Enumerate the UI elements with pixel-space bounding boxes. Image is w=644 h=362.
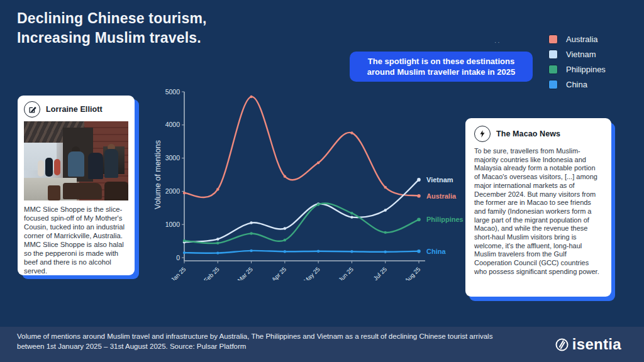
lightning-icon	[474, 126, 491, 142]
svg-text:0: 0	[176, 254, 180, 261]
legend-item-china: China	[548, 79, 606, 89]
series-line-australia	[184, 97, 419, 197]
chart-caption: Volume of mentions around Muslim travel …	[17, 332, 501, 351]
legend-swatch	[548, 50, 558, 59]
cafe-photo	[24, 121, 128, 200]
photo-layer	[104, 149, 118, 178]
isentia-logo-icon	[555, 337, 569, 352]
legend-label: Philippines	[566, 65, 606, 74]
svg-text:3000: 3000	[165, 154, 180, 162]
line-chart: 010002000300040005000Volume of mentionsJ…	[150, 82, 470, 280]
photo-layer	[104, 182, 128, 200]
footer-bar: Volume of mentions around Muslim travel …	[0, 327, 644, 362]
svg-text:Jul 25: Jul 25	[372, 266, 388, 280]
isentia-logo-text: isentia	[572, 336, 621, 353]
page-title: Declining Chinese tourism, Increasing Mu…	[17, 9, 207, 48]
legend-swatch	[548, 80, 558, 89]
series-end-label-vietnam: Vietnam	[426, 176, 453, 184]
svg-text:May 25: May 25	[303, 266, 321, 280]
photo-layer	[48, 185, 60, 200]
svg-text:Jun 25: Jun 25	[337, 266, 355, 280]
svg-text:Jan 25: Jan 25	[169, 266, 187, 280]
series-line-philippines	[184, 203, 419, 243]
legend-label: Vietnam	[566, 50, 596, 59]
svg-text:Apr 25: Apr 25	[270, 266, 288, 280]
quote-text: To be sure, travellers from Muslim-major…	[474, 147, 602, 277]
spotlight-callout: The spotlight is on these destinations a…	[350, 52, 533, 82]
series-end-label-china: China	[426, 248, 446, 255]
quote-card-lorraine: Lorraine Elliott MMC Slice Shoppe is the…	[18, 96, 135, 275]
edit-icon	[24, 101, 40, 118]
legend-label: Australia	[566, 35, 598, 44]
line-chart-svg: 010002000300040005000Volume of mentionsJ…	[150, 82, 470, 280]
photo-layer	[68, 151, 84, 177]
quote-text: MMC Slice Shoppe is the slice-focused sp…	[18, 200, 135, 275]
quote-card-header: The Macao News	[474, 126, 602, 142]
series-end-label-australia: Australia	[426, 192, 457, 200]
legend-item-australia: Australia	[548, 34, 606, 44]
svg-text:4000: 4000	[165, 121, 180, 128]
source-name: The Macao News	[496, 129, 560, 138]
isentia-logo: isentia	[555, 336, 621, 353]
legend-item-philippines: Philippines	[548, 64, 606, 74]
legend-label: China	[566, 80, 587, 89]
svg-text:Feb 25: Feb 25	[203, 266, 221, 280]
series-line-china	[184, 251, 419, 253]
y-axis-title: Volume of mentions	[153, 140, 162, 209]
quote-card-header: Lorraine Elliott	[18, 96, 135, 121]
svg-text:2000: 2000	[165, 187, 180, 195]
photo-layer	[38, 160, 44, 177]
legend-swatch	[548, 65, 558, 74]
photo-layer	[63, 183, 102, 199]
photo-layer	[54, 159, 60, 175]
slide: Declining Chinese tourism, Increasing Mu…	[0, 0, 644, 362]
series-end-label-philippines: Philippines	[426, 216, 464, 223]
quote-card-macao-news: The Macao News To be sure, travellers fr…	[465, 118, 611, 297]
svg-text:1000: 1000	[165, 221, 180, 228]
page-title-line2: Increasing Muslim travels.	[17, 28, 207, 48]
svg-text:5000: 5000	[165, 88, 180, 96]
legend-swatch	[548, 35, 558, 44]
svg-text:Aug 25: Aug 25	[403, 266, 421, 280]
decorative-dots: ··	[494, 39, 501, 46]
photo-layer	[45, 158, 53, 177]
page-title-line1: Declining Chinese tourism,	[17, 9, 207, 28]
author-name: Lorraine Elliott	[46, 105, 103, 114]
legend-item-vietnam: Vietnam	[548, 49, 606, 59]
photo-layer	[88, 153, 103, 179]
svg-text:Mar 25: Mar 25	[236, 266, 254, 280]
chart-legend: AustraliaVietnamPhilippinesChina	[548, 34, 606, 89]
spotlight-callout-text: The spotlight is on these destinations a…	[367, 57, 516, 77]
